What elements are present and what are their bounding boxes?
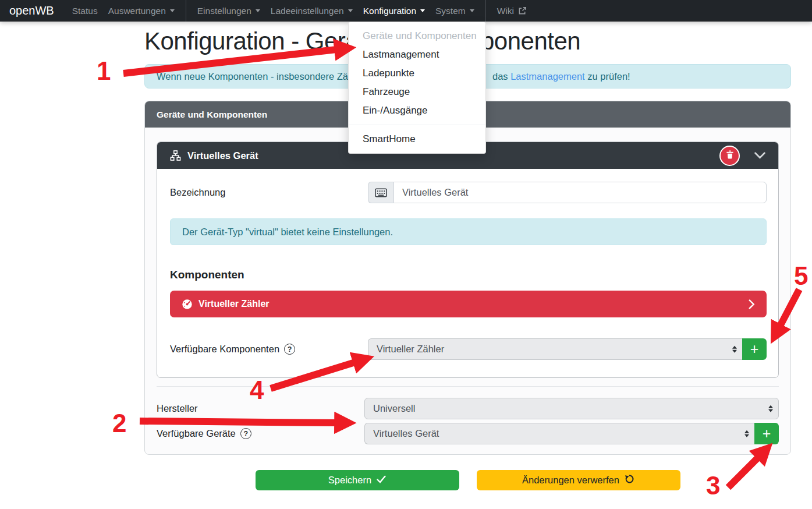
nav-item-konfiguration[interactable]: Konfiguration [358, 1, 430, 21]
available-devices-row: Verfügbare Geräte ? Virtuelles Gerät + [157, 423, 779, 444]
nav-item-status[interactable]: Status [67, 1, 103, 21]
undo-icon [625, 474, 634, 486]
nav-divider [186, 0, 186, 22]
add-device-button[interactable]: + [754, 423, 779, 444]
chevron-down-icon[interactable] [754, 152, 765, 159]
device-title: Virtuelles Gerät [187, 150, 258, 161]
device-card-body: Bezeichnung Der Gerät-Typ "virtual" biet… [157, 169, 778, 377]
hersteller-row: Hersteller Universell [157, 398, 779, 419]
konfiguration-dropdown: Geräte und Komponenten Lastmanagement La… [348, 22, 486, 154]
nav-item-wiki[interactable]: Wiki [492, 1, 532, 21]
dropdown-divider [349, 125, 485, 125]
caret-down-icon [348, 9, 353, 12]
select-arrows-icon [768, 405, 773, 412]
available-devices-label: Verfügbare Geräte ? [157, 428, 364, 439]
keyboard-icon [368, 182, 393, 203]
caret-down-icon [256, 9, 260, 12]
brand-logo: openWB [9, 4, 54, 17]
available-components-row: Verfügbare Komponenten ? Virtueller Zähl… [170, 338, 767, 360]
geraete-komponenten-card: Geräte und Komponenten Virtuelles Gerät [144, 101, 791, 455]
nav-item-system[interactable]: System [430, 1, 480, 21]
hersteller-label: Hersteller [157, 403, 364, 414]
save-button[interactable]: Speichern [256, 470, 459, 490]
komponenten-heading: Komponenten [170, 268, 767, 281]
trash-icon [726, 150, 734, 161]
top-navbar: openWB Status Auswertungen Einstellungen… [0, 0, 812, 22]
gauge-icon [182, 299, 193, 310]
nav-item-ladeeinstellungen[interactable]: Ladeeinstellungen [265, 1, 358, 21]
nav-item-einstellungen[interactable]: Einstellungen [192, 1, 265, 21]
dropdown-item-geraete-und-komponenten: Geräte und Komponenten [349, 27, 485, 45]
bezeichnung-label: Bezeichnung [170, 187, 368, 198]
help-icon[interactable]: ? [284, 344, 295, 355]
chevron-right-icon [749, 299, 755, 309]
divider [157, 386, 779, 387]
dropdown-item-smarthome[interactable]: SmartHome [349, 130, 485, 149]
delete-device-button[interactable] [719, 146, 740, 166]
add-component-button[interactable]: + [742, 338, 767, 360]
nav-item-auswertungen[interactable]: Auswertungen [103, 1, 180, 21]
caret-down-icon [170, 9, 175, 12]
select-arrows-icon [732, 345, 737, 353]
help-icon[interactable]: ? [240, 428, 251, 439]
available-devices-select[interactable]: Virtuelles Gerät [364, 423, 754, 444]
component-button-label: Virtueller Zähler [198, 299, 270, 309]
available-components-label: Verfügbare Komponenten ? [170, 344, 368, 355]
select-arrows-icon [744, 430, 749, 437]
annotation-number-2: 2 [112, 411, 126, 436]
annotation-number-1: 1 [97, 58, 111, 84]
check-icon [377, 475, 386, 486]
hersteller-select[interactable]: Universell [364, 398, 779, 419]
virtueller-zaehler-button[interactable]: Virtueller Zähler [170, 291, 767, 317]
device-type-alert: Der Gerät-Typ "virtual" bietet keine Ein… [170, 218, 767, 245]
bezeichnung-input[interactable] [393, 182, 767, 203]
external-link-icon [518, 6, 527, 15]
sitemap-icon [170, 150, 181, 161]
dropdown-item-lastmanagement[interactable]: Lastmanagement [349, 45, 485, 64]
dropdown-item-fahrzeuge[interactable]: Fahrzeuge [349, 83, 485, 101]
available-components-select[interactable]: Virtueller Zähler [368, 338, 742, 360]
dropdown-item-ein-ausgaenge[interactable]: Ein-/Ausgänge [349, 101, 485, 120]
discard-button[interactable]: Änderungen verwerfen [477, 470, 680, 490]
alert-text-right: das Lastmanagement zu prüfen! [492, 65, 630, 88]
action-buttons-row: Speichern Änderungen verwerfen [144, 470, 791, 490]
annotation-number-5: 5 [794, 263, 808, 289]
card-body: Virtuelles Gerät Bezeichnung [145, 128, 790, 454]
lastmanagement-link[interactable]: Lastmanagement [510, 71, 585, 82]
bezeichnung-row: Bezeichnung [170, 182, 767, 203]
caret-down-icon [470, 9, 474, 12]
nav-divider [485, 0, 486, 22]
caret-down-icon [420, 9, 425, 12]
alert-text-left: Wenn neue Komponenten - insbesondere Zäh… [157, 65, 356, 88]
virtuelles-geraet-card: Virtuelles Gerät Bezeichnung [157, 142, 779, 378]
dropdown-item-ladepunkte[interactable]: Ladepunkte [349, 64, 485, 83]
